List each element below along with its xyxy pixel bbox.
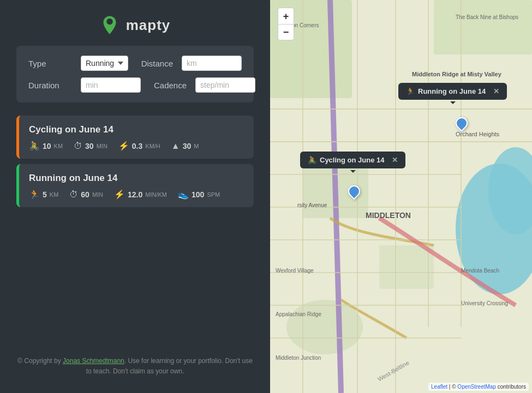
running-cadence-value: 100 bbox=[192, 190, 204, 199]
cycling-elevation-icon: ▲ bbox=[171, 141, 180, 151]
cycling-speed-value: 0.3 bbox=[132, 142, 142, 150]
running-duration-unit: MIN bbox=[92, 191, 103, 198]
zoom-in-button[interactable]: + bbox=[278, 8, 294, 24]
cycling-elevation-unit: M bbox=[194, 143, 199, 149]
svg-text:University Crossing: University Crossing bbox=[461, 300, 508, 306]
workout-item-cycling[interactable]: Cycling on June 14 🚴 10 KM ⏱ 30 MIN ⚡ 0.… bbox=[16, 116, 254, 159]
distance-input[interactable] bbox=[182, 56, 242, 71]
workout-stats-cycling: 🚴 10 KM ⏱ 30 MIN ⚡ 0.3 KM/H ▲ 30 M bbox=[29, 141, 244, 151]
popup-cycling-label: Cycling on June 14 bbox=[320, 156, 384, 164]
running-pace-unit: MIN/KM bbox=[145, 191, 167, 198]
popup-cycling: 🚴 Cycling on June 14 ✕ bbox=[300, 152, 405, 168]
cycling-duration-icon: ⏱ bbox=[74, 141, 82, 151]
popup-cycling-close[interactable]: ✕ bbox=[392, 156, 398, 164]
running-distance-icon: 🏃 bbox=[29, 189, 40, 199]
distance-label: Distance bbox=[141, 59, 173, 68]
marker-running-dot bbox=[453, 114, 470, 131]
app-title: mapty bbox=[126, 17, 171, 34]
cycling-duration-unit: MIN bbox=[97, 143, 107, 149]
workout-title-cycling: Cycling on June 14 bbox=[29, 124, 244, 135]
svg-text:rsity Avenue: rsity Avenue bbox=[297, 202, 327, 208]
form-row-type-distance: Type Running Cycling Distance bbox=[28, 56, 242, 71]
popup-cycling-icon: 🚴 bbox=[308, 156, 316, 164]
workout-stats-running: 🏃 5 KM ⏱ 60 MIN ⚡ 12.0 MIN/KM 👟 100 bbox=[29, 189, 244, 199]
cycling-duration-value: 30 bbox=[85, 142, 94, 150]
stat-cycling-distance: 🚴 10 KM bbox=[29, 141, 63, 151]
svg-text:Orchard Heights: Orchard Heights bbox=[456, 131, 500, 137]
cycling-speed-icon: ⚡ bbox=[118, 141, 129, 151]
running-distance-unit: KM bbox=[50, 191, 59, 198]
running-cadence-icon: 👟 bbox=[178, 189, 189, 199]
form-container: Type Running Cycling Distance Duration C… bbox=[16, 46, 254, 102]
svg-text:Middleton Junction: Middleton Junction bbox=[276, 355, 321, 361]
popup-running-icon: 🏃 bbox=[406, 87, 415, 95]
leaflet-link[interactable]: Leaflet bbox=[431, 384, 447, 390]
map-controls: + − bbox=[278, 8, 294, 40]
cadence-label: Cadence bbox=[154, 81, 187, 90]
map-panel[interactable]: Ashton Corners Middleton Ridge at Misty … bbox=[270, 0, 532, 393]
stat-running-pace: ⚡ 12.0 MIN/KM bbox=[114, 189, 167, 199]
form-row-duration-cadence: Duration Cadence bbox=[28, 77, 242, 93]
duration-input[interactable] bbox=[81, 77, 141, 93]
workout-title-running: Running on June 14 bbox=[29, 173, 244, 184]
cycling-elevation-value: 30 bbox=[183, 142, 192, 150]
svg-text:MIDDLETON: MIDDLETON bbox=[366, 211, 411, 220]
type-label: Type bbox=[28, 59, 72, 68]
svg-point-0 bbox=[107, 20, 111, 24]
marker-cycling[interactable] bbox=[348, 185, 360, 197]
cycling-speed-unit: KM/H bbox=[145, 143, 160, 149]
svg-rect-5 bbox=[434, 0, 532, 55]
svg-text:Wexford Village: Wexford Village bbox=[276, 268, 314, 274]
running-cadence-unit: SPM bbox=[207, 191, 220, 198]
popup-running: 🏃 Running on June 14 ✕ bbox=[398, 83, 507, 100]
svg-text:Appalachian Ridge: Appalachian Ridge bbox=[276, 311, 321, 317]
map-background: Ashton Corners Middleton Ridge at Misty … bbox=[270, 0, 532, 393]
logo-icon bbox=[100, 15, 119, 35]
running-pace-value: 12.0 bbox=[128, 190, 142, 199]
cycling-distance-unit: KM bbox=[54, 143, 63, 149]
running-duration-value: 60 bbox=[81, 190, 89, 199]
marker-cycling-dot bbox=[345, 183, 362, 199]
footer-author-link[interactable]: Jonas Schmedtmann bbox=[63, 357, 124, 365]
popup-running-label: Running on June 14 bbox=[418, 87, 486, 95]
duration-label: Duration bbox=[28, 81, 72, 90]
stat-running-distance: 🏃 5 KM bbox=[29, 189, 58, 199]
footer: © Copyright by Jonas Schmedtmann. Use fo… bbox=[0, 345, 270, 382]
svg-text:Mendota Beach: Mendota Beach bbox=[461, 268, 499, 274]
running-pace-icon: ⚡ bbox=[114, 189, 125, 199]
svg-text:The Back Nine at Bishops: The Back Nine at Bishops bbox=[456, 14, 518, 20]
map-attribution: Leaflet | © OpenStreetMap contributors bbox=[428, 383, 529, 391]
cycling-distance-value: 10 bbox=[43, 142, 51, 150]
type-select[interactable]: Running Cycling bbox=[81, 56, 128, 71]
stat-cycling-speed: ⚡ 0.3 KM/H bbox=[118, 141, 160, 151]
stat-cycling-elevation: ▲ 30 M bbox=[171, 141, 199, 151]
cycling-distance-icon: 🚴 bbox=[29, 141, 40, 151]
cadence-input[interactable] bbox=[195, 77, 255, 93]
popup-running-close[interactable]: ✕ bbox=[493, 87, 499, 95]
map-svg: Ashton Corners Middleton Ridge at Misty … bbox=[270, 0, 532, 393]
stat-running-duration: ⏱ 60 MIN bbox=[69, 189, 103, 199]
footer-text1: © Copyright by bbox=[17, 357, 63, 365]
svg-rect-7 bbox=[379, 245, 434, 289]
svg-point-8 bbox=[286, 300, 363, 354]
stat-running-cadence: 👟 100 SPM bbox=[178, 189, 220, 199]
marker-running[interactable] bbox=[456, 117, 468, 129]
osm-link[interactable]: OpenStreetMap bbox=[457, 384, 496, 390]
running-distance-value: 5 bbox=[43, 190, 47, 199]
zoom-out-button[interactable]: − bbox=[278, 24, 294, 40]
running-duration-icon: ⏱ bbox=[69, 190, 78, 199]
header: mapty bbox=[0, 0, 270, 46]
stat-cycling-duration: ⏱ 30 MIN bbox=[74, 141, 107, 151]
svg-text:Middleton Ridge at Misty Valle: Middleton Ridge at Misty Valley bbox=[412, 71, 502, 77]
workouts-list: Cycling on June 14 🚴 10 KM ⏱ 30 MIN ⚡ 0.… bbox=[0, 116, 270, 345]
workout-item-running[interactable]: Running on June 14 🏃 5 KM ⏱ 60 MIN ⚡ 12.… bbox=[16, 164, 254, 207]
left-panel: mapty Type Running Cycling Distance Dura… bbox=[0, 0, 270, 393]
